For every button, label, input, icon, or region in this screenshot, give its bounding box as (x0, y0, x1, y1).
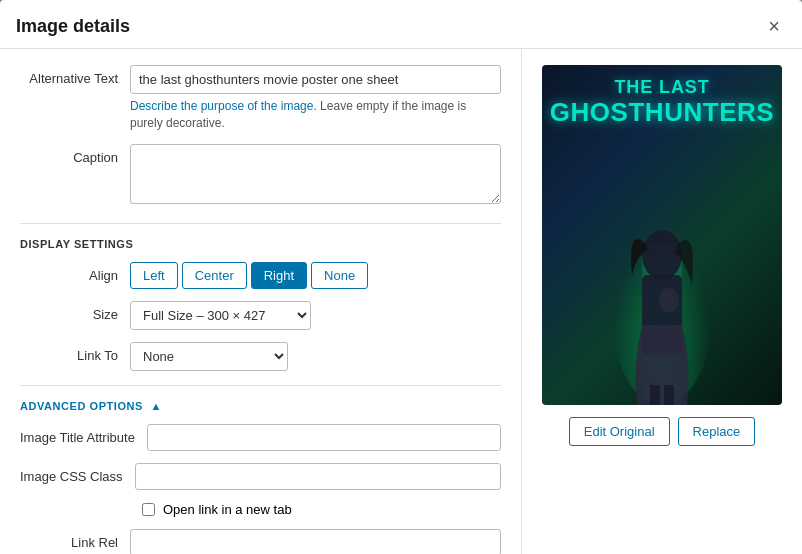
replace-button[interactable]: Replace (678, 417, 756, 446)
image-title-label: Image Title Attribute (20, 424, 147, 445)
display-settings-title: DISPLAY SETTINGS (20, 223, 501, 250)
right-panel: THE LAST GHOSTHUNTERS (522, 49, 802, 554)
image-css-class-control (135, 463, 501, 490)
image-css-class-row: Image CSS Class (20, 463, 501, 490)
image-preview: THE LAST GHOSTHUNTERS (542, 65, 782, 405)
open-new-tab-row: Open link in a new tab (20, 502, 501, 517)
link-rel-row: Link Rel (20, 529, 501, 554)
figure-silhouette (597, 155, 727, 405)
helper-link[interactable]: Describe the purpose of the image (130, 99, 313, 113)
alt-text-helper: Describe the purpose of the image. Leave… (130, 98, 501, 132)
alt-text-control: Describe the purpose of the image. Leave… (130, 65, 501, 132)
size-select[interactable]: Full Size – 300 × 427 Large Medium Thumb… (130, 301, 311, 330)
open-new-tab-checkbox[interactable] (142, 503, 155, 516)
dialog-header: Image details × (0, 0, 802, 49)
dialog-body: Alternative Text Describe the purpose of… (0, 49, 802, 554)
alt-text-row: Alternative Text Describe the purpose of… (20, 65, 501, 132)
close-button[interactable]: × (762, 14, 786, 38)
link-to-control: None Media File Attachment Page Custom U… (130, 342, 501, 371)
link-rel-input[interactable] (130, 529, 501, 554)
advanced-options-title[interactable]: ADVANCED OPTIONS ▲ (20, 385, 501, 412)
caption-control (130, 144, 501, 207)
size-label: Size (20, 301, 130, 322)
svg-point-1 (642, 230, 682, 280)
advanced-arrow: ▲ (151, 400, 162, 412)
align-none-button[interactable]: None (311, 262, 368, 289)
size-row: Size Full Size – 300 × 427 Large Medium … (20, 301, 501, 330)
align-center-button[interactable]: Center (182, 262, 247, 289)
alt-text-input[interactable] (130, 65, 501, 94)
image-title-control (147, 424, 501, 451)
image-css-class-label: Image CSS Class (20, 463, 135, 484)
link-rel-label: Link Rel (20, 529, 130, 550)
align-label: Align (20, 262, 130, 283)
align-group: Left Center Right None (130, 262, 501, 289)
link-rel-control (130, 529, 501, 554)
movie-title-area: THE LAST GHOSTHUNTERS (542, 77, 782, 127)
align-left-button[interactable]: Left (130, 262, 178, 289)
image-title-row: Image Title Attribute (20, 424, 501, 451)
svg-point-3 (659, 288, 679, 312)
size-control: Full Size – 300 × 427 Large Medium Thumb… (130, 301, 501, 330)
left-panel: Alternative Text Describe the purpose of… (0, 49, 522, 554)
align-right-button[interactable]: Right (251, 262, 307, 289)
link-to-select[interactable]: None Media File Attachment Page Custom U… (130, 342, 288, 371)
image-action-buttons: Edit Original Replace (569, 417, 756, 446)
svg-rect-5 (664, 385, 674, 405)
open-new-tab-label: Open link in a new tab (163, 502, 292, 517)
image-details-dialog: Image details × Alternative Text Describ… (0, 0, 802, 554)
link-to-label: Link To (20, 342, 130, 363)
image-css-class-input[interactable] (135, 463, 501, 490)
link-to-row: Link To None Media File Attachment Page … (20, 342, 501, 371)
svg-rect-4 (650, 385, 660, 405)
edit-original-button[interactable]: Edit Original (569, 417, 670, 446)
movie-title-line2: GHOSTHUNTERS (542, 98, 782, 127)
image-title-input[interactable] (147, 424, 501, 451)
align-row: Align Left Center Right None (20, 262, 501, 289)
caption-row: Caption (20, 144, 501, 207)
alt-text-label: Alternative Text (20, 65, 130, 86)
caption-label: Caption (20, 144, 130, 165)
dialog-title: Image details (16, 16, 130, 37)
caption-textarea[interactable] (130, 144, 501, 204)
movie-title-line1: THE LAST (542, 77, 782, 98)
